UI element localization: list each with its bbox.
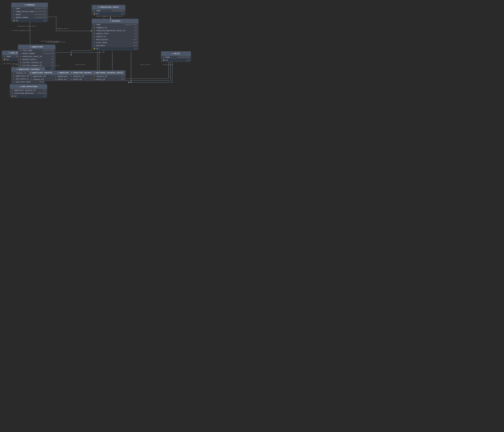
field-vacancy-name: ⊞ name varchar(255) xyxy=(92,23,138,26)
regular-icon: ⊞ xyxy=(13,8,15,9)
table-vacancy-header: ⊞ vacancy xyxy=(92,19,138,23)
table-ovs-name: optional_vacancy_skill xyxy=(96,72,123,74)
pk-icon: 🔑 xyxy=(13,20,15,22)
grid-icon: ⊞ xyxy=(57,72,59,74)
grid-icon: ⊞ xyxy=(19,85,21,88)
field-vacancy-salary-to: ⊞ salary_to int xyxy=(92,35,138,38)
field-vacancy-salary-from: ⊞ salary_from int xyxy=(92,32,138,35)
field-ji-datetime: ⊞ interview_datetime datetime xyxy=(10,92,47,95)
relation-label-company-applicant: current_company_id:id xyxy=(12,30,30,31)
pk-icon: 🔑 xyxy=(3,59,6,61)
relation-label-skill-optvacskill: skill_id:id xyxy=(163,64,173,65)
table-skill[interactable]: ⊞ skill ⊞ name varchar(255) 🔑 id int xyxy=(161,51,191,62)
table-ovs-header: ⊞ optional_vacancy_skill xyxy=(92,71,125,75)
relation-label-vacancy-applicant: current_vacancy_id:id xyxy=(41,40,60,42)
grid-icon: ⊞ xyxy=(24,4,26,6)
field-vacancy-description: ⊞ description text xyxy=(92,38,138,41)
field-company-id: 🔑 id int xyxy=(11,19,48,22)
table-job-interview[interactable]: ⊞ job_interview ⊞ applicant_vacancy_id i… xyxy=(10,84,47,98)
regular-icon: ⊞ xyxy=(93,39,96,41)
field-applicant-current-company-id: ⊞ current_company_id int xyxy=(18,64,55,67)
table-applicant-name: applicant xyxy=(32,46,43,48)
field-skill-name: ⊞ name varchar(255) xyxy=(161,56,191,59)
field-applicant-fullname: ⊞ full_name varchar(255) xyxy=(18,49,55,52)
grid-icon: ⊞ xyxy=(71,72,72,74)
fk-icon: ⊞ xyxy=(30,75,32,77)
fk-icon: ⊞ xyxy=(13,75,15,77)
relation-label-vac-appvacancy: vacancy_id:id xyxy=(46,41,58,43)
fk-icon: ⊞ xyxy=(93,36,96,38)
relation-label-edu-applicant: education_level_id:id xyxy=(17,25,36,27)
svg-marker-5 xyxy=(110,17,111,19)
regular-icon: ⊞ xyxy=(93,10,96,12)
field-edu-name: ⊞ name varchar(255) xyxy=(92,9,125,12)
relation-label-edu-vacancy: required_education_level_id:id xyxy=(96,15,122,17)
regular-icon: ⊞ xyxy=(93,42,96,44)
grid-icon: ⊞ xyxy=(110,20,111,22)
table-company-header: ⊞ company xyxy=(11,3,48,7)
table-education-level-name: education_level xyxy=(100,6,119,8)
field-applicant-edu-level-id: ⊞ education_level_id int xyxy=(18,55,55,58)
table-applicant[interactable]: ⊞ applicant ⊞ full_name varchar(255) ⊞ p… xyxy=(18,45,55,70)
relation-label-jobstatus-appvacancy: job_status_id:id xyxy=(3,63,17,64)
grid-icon: ⊞ xyxy=(30,72,31,74)
relation-label-skill-reqvacskill: skill_id:id xyxy=(140,64,150,65)
regular-icon: ⊞ xyxy=(19,53,22,55)
field-skill-id: 🔑 id int xyxy=(161,59,191,62)
pk-icon: 🔑 xyxy=(93,48,96,50)
grid-icon: ⊞ xyxy=(94,72,95,74)
svg-marker-8 xyxy=(70,54,72,55)
table-company[interactable]: ⊞ company ⊞ name varchar(255) ⊞ legal_en… xyxy=(11,3,48,22)
regular-icon: ⊞ xyxy=(3,56,6,57)
fk-icon: ⊞ xyxy=(30,79,32,80)
grid-icon: ⊞ xyxy=(172,53,173,55)
table-applicant-vacancy-name: applicant_vacancy xyxy=(18,68,39,70)
pk-icon: 🔑 xyxy=(93,13,96,15)
relation-label-company-vacancy: company_id:id xyxy=(56,28,68,29)
grid-icon: ⊞ xyxy=(17,68,18,70)
field-applicant-current-vacancy-id: ⊞ current_vacancy_id int xyxy=(18,61,55,64)
table-education-level[interactable]: ⊞ education_level ⊞ name varchar(255) 🔑 … xyxy=(92,5,126,15)
field-company-phone: ⊞ phone_number varchar(20) xyxy=(11,16,48,19)
db-diagram-canvas: company_id:id required_education_level_i… xyxy=(0,0,252,216)
svg-marker-3 xyxy=(90,30,92,32)
pk-icon: 🔑 xyxy=(11,95,14,97)
fk-icon: ⊞ xyxy=(70,79,72,80)
grid-icon: ⊞ xyxy=(9,52,10,54)
svg-marker-39 xyxy=(128,82,129,83)
regular-icon: ⊞ xyxy=(162,56,165,58)
relation-label-vac-appwanted: vacancy_id:id xyxy=(53,41,65,43)
field-vacancy-start-date: ⊞ start_date date xyxy=(92,41,138,44)
regular-icon: ⊞ xyxy=(19,50,22,52)
fk-icon: ⊞ xyxy=(19,56,22,57)
field-ji-id: 🔑 id int xyxy=(10,95,47,98)
field-company-email: ⊞ email varchar(255) xyxy=(11,13,48,16)
field-company-name: ⊞ name varchar(255) xyxy=(11,7,48,10)
fk-icon: ⊞ xyxy=(19,65,22,66)
table-vacancy[interactable]: ⊞ vacancy ⊞ name varchar(255) ⊞ company_… xyxy=(92,19,139,50)
field-ji-appvacancy-id: ⊞ applicant_vacancy_id int xyxy=(10,89,47,92)
fk-icon: ⊞ xyxy=(54,75,57,77)
regular-icon: ⊞ xyxy=(13,81,15,83)
field-edu-id: 🔑 id int xyxy=(92,12,125,15)
regular-icon: ⊞ xyxy=(11,92,14,94)
table-education-level-header: ⊞ education_level xyxy=(92,5,125,9)
regular-icon: ⊞ xyxy=(13,17,15,18)
table-skill-name: skill xyxy=(174,53,180,55)
field-ovs-skill-id: ⊞ skill_id int xyxy=(92,78,125,81)
field-vacancy-end-date: ⊞ end_date date xyxy=(92,44,138,47)
fk-icon: ⊞ xyxy=(93,27,96,29)
field-applicant-wanted-salary: ⊞ wanted_salary int xyxy=(18,58,55,61)
fk-icon: ⊞ xyxy=(19,59,22,61)
relation-label-skill-appskill: skill_id:id xyxy=(75,64,85,65)
table-optional-vacancy-skill[interactable]: ⊞ optional_vacancy_skill ⊞ vacancy_id in… xyxy=(92,70,126,81)
field-vacancy-company-id: ⊞ company_id int xyxy=(92,26,138,29)
field-av-job-start-date: ⊞ job_start_date date xyxy=(11,81,45,83)
fk-icon: ⊞ xyxy=(19,62,22,64)
fk-icon: ⊞ xyxy=(93,33,96,35)
pk-icon: 🔑 xyxy=(162,59,165,61)
table-applicant-header: ⊞ applicant xyxy=(18,45,55,49)
field-ovs-vacancy-id: ⊞ vacancy_id int xyxy=(92,75,125,78)
table-job-interview-name: job_interview xyxy=(21,85,37,88)
field-vacancy-id: 🔑 id int xyxy=(92,47,138,50)
